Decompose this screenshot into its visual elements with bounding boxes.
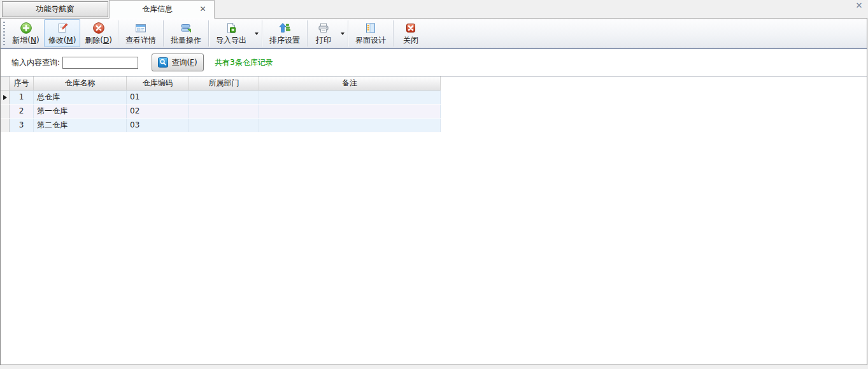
batch-icon <box>180 21 192 35</box>
cell-name[interactable]: 第二仓库 <box>34 119 127 132</box>
row-selector-cell[interactable] <box>1 119 10 132</box>
search-row: 输入内容查询: 查询(F) 共有3条仓库记录 <box>1 49 867 76</box>
sort-settings-button-label: 排序设置 <box>269 35 300 45</box>
add-icon <box>20 21 32 35</box>
tab-warehouse-info[interactable]: 仓库信息 ✕ <box>109 0 215 18</box>
close-button-label: 关闭 <box>403 35 418 45</box>
cell-no[interactable]: 3 <box>10 119 34 132</box>
tab-label: 仓库信息 <box>142 1 173 18</box>
warehouse-grid: 序号 仓库名称 仓库编码 所属部门 备注 1 总仓库 01 2 第一仓库 02 <box>1 76 441 133</box>
current-row-arrow-icon <box>3 95 7 100</box>
view-detail-button[interactable]: 查看详情 <box>120 19 162 47</box>
toolbar-separator <box>348 20 348 47</box>
delete-button[interactable]: 删除(D) <box>80 19 117 47</box>
table-row[interactable]: 2 第一仓库 02 <box>1 105 441 119</box>
cell-no[interactable]: 2 <box>10 105 34 118</box>
sort-settings-button[interactable]: 排序设置 <box>264 19 306 47</box>
delete-icon <box>92 21 105 35</box>
delete-button-label: 删除(D) <box>85 35 112 45</box>
ui-design-button-label: 界面设计 <box>355 35 386 45</box>
toolbar-separator <box>262 20 262 47</box>
toolbar-drag-handle[interactable] <box>3 22 5 45</box>
grid-header-name[interactable]: 仓库名称 <box>34 76 127 90</box>
grid-header-remark[interactable]: 备注 <box>259 76 441 90</box>
grid-header-dept[interactable]: 所属部门 <box>189 76 259 90</box>
import-export-icon <box>225 21 238 35</box>
cell-code[interactable]: 03 <box>127 119 189 132</box>
grid-header-code[interactable]: 仓库编码 <box>127 76 189 90</box>
content-panel: 新增(N) 修改(M) 删除(D) 查看详情 批量操作 <box>0 18 867 365</box>
tab-function-navigation[interactable]: 功能导航窗 <box>2 1 108 17</box>
query-button[interactable]: 查询(F) <box>152 54 204 71</box>
edit-icon <box>56 21 69 35</box>
grid-header-no[interactable]: 序号 <box>10 76 34 90</box>
close-icon <box>404 21 417 35</box>
cell-dept[interactable] <box>189 119 259 132</box>
import-export-button[interactable]: 导入导出 <box>210 19 252 47</box>
toolbar-separator <box>307 20 308 47</box>
magnifier-icon <box>158 57 168 68</box>
window-close-icon[interactable]: ✕ <box>854 1 864 11</box>
ui-design-icon <box>364 21 377 35</box>
import-export-dropdown-arrow-icon[interactable] <box>252 19 260 48</box>
toolbar: 新增(N) 修改(M) 删除(D) 查看详情 批量操作 <box>1 18 867 49</box>
cell-no[interactable]: 1 <box>10 90 34 104</box>
toolbar-separator <box>163 20 164 47</box>
print-button[interactable]: 打印 <box>309 19 338 47</box>
search-input[interactable] <box>62 57 138 69</box>
sort-icon <box>278 21 291 35</box>
cell-name[interactable]: 第一仓库 <box>34 105 127 118</box>
cell-remark[interactable] <box>259 105 441 118</box>
cell-code[interactable]: 01 <box>127 90 189 104</box>
print-dropdown-arrow-icon[interactable] <box>338 19 346 48</box>
grid-header-row: 序号 仓库名称 仓库编码 所属部门 备注 <box>1 76 441 90</box>
cell-code[interactable]: 02 <box>127 105 189 118</box>
close-button[interactable]: 关闭 <box>395 19 427 47</box>
row-selector-cell[interactable] <box>1 105 10 118</box>
print-button-label: 打印 <box>316 35 331 45</box>
tab-strip: 功能导航窗 仓库信息 ✕ ✕ <box>0 0 868 18</box>
view-detail-button-label: 查看详情 <box>125 35 156 45</box>
cell-remark[interactable] <box>259 119 441 132</box>
add-button-label: 新增(N) <box>12 35 39 45</box>
row-selector-cell[interactable] <box>1 90 10 104</box>
batch-operation-button-label: 批量操作 <box>171 35 201 45</box>
grid-header-selector <box>1 76 10 90</box>
ui-design-button[interactable]: 界面设计 <box>350 19 392 47</box>
edit-button[interactable]: 修改(M) <box>44 19 80 47</box>
detail-icon <box>134 21 147 35</box>
tab-label: 功能导航窗 <box>36 4 75 13</box>
table-row[interactable]: 1 总仓库 01 <box>1 90 441 105</box>
import-export-button-label: 导入导出 <box>216 35 246 45</box>
toolbar-separator <box>393 20 394 47</box>
batch-operation-button[interactable]: 批量操作 <box>165 19 207 47</box>
cell-dept[interactable] <box>189 105 259 118</box>
record-count-status: 共有3条仓库记录 <box>215 57 273 68</box>
table-row[interactable]: 3 第二仓库 03 <box>1 119 441 133</box>
cell-dept[interactable] <box>189 90 259 104</box>
print-icon <box>317 21 330 35</box>
edit-button-label: 修改(M) <box>48 35 76 45</box>
toolbar-separator <box>208 20 209 47</box>
toolbar-separator <box>118 20 118 47</box>
tab-close-icon[interactable]: ✕ <box>198 4 208 14</box>
cell-remark[interactable] <box>259 90 441 104</box>
add-button[interactable]: 新增(N) <box>8 19 44 47</box>
query-button-label: 查询(F) <box>171 57 197 68</box>
cell-name[interactable]: 总仓库 <box>34 90 127 104</box>
grid-area: 序号 仓库名称 仓库编码 所属部门 备注 1 总仓库 01 2 第一仓库 02 <box>1 76 867 133</box>
search-label: 输入内容查询: <box>11 57 60 68</box>
